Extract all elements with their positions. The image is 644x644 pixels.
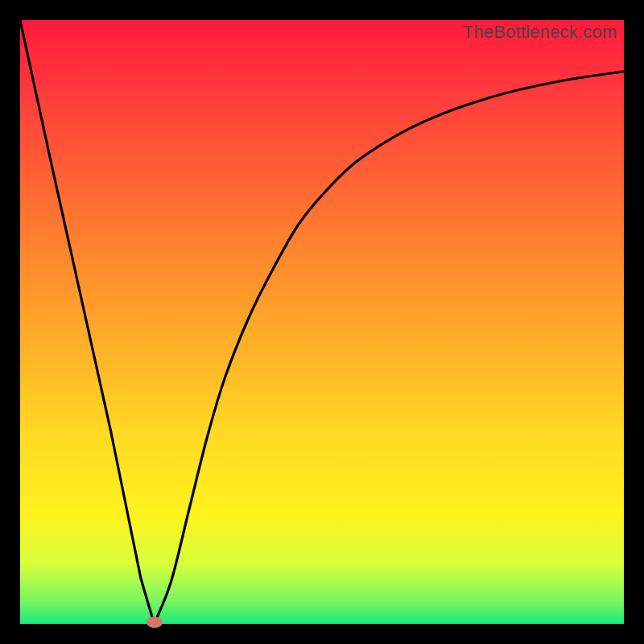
chart-frame: TheBottleneck.com <box>0 0 644 644</box>
bottleneck-curve <box>20 20 624 624</box>
watermark-text: TheBottleneck.com <box>463 22 617 43</box>
optimum-marker <box>147 617 163 628</box>
plot-area <box>20 20 624 624</box>
